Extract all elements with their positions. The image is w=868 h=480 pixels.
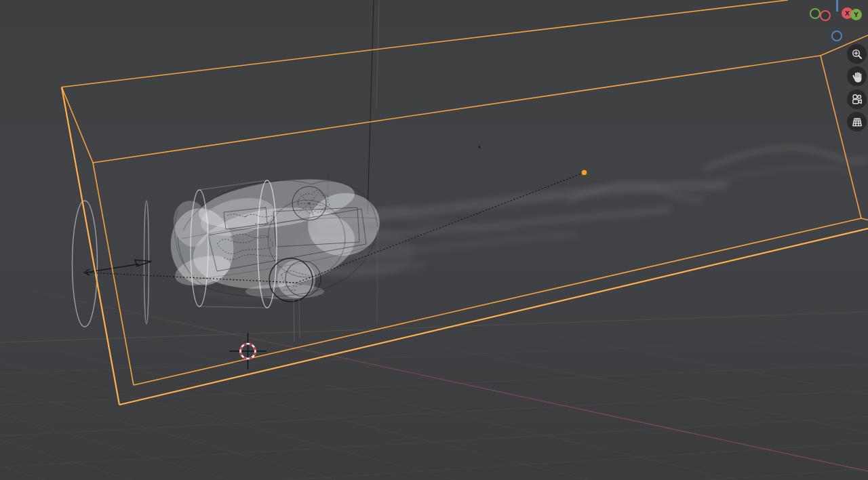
gizmo-y-label: Y xyxy=(854,12,859,18)
gizmo-neg-ball-green[interactable] xyxy=(810,8,821,19)
viewport-3d xyxy=(0,0,868,480)
gizmo-z-axis-line xyxy=(836,0,838,12)
camera-view-button[interactable] xyxy=(847,89,867,109)
pan-hand-button[interactable] xyxy=(847,66,867,86)
x-axis-line xyxy=(0,284,868,471)
gizmo-x-label: X xyxy=(845,10,850,17)
blender-3d-viewport: { "colors": { "selection": "#f7a33c", "s… xyxy=(0,0,868,480)
gizmo-y-ball[interactable]: Y xyxy=(850,9,862,20)
pan-hand-icon xyxy=(851,71,863,83)
camera-view-icon xyxy=(851,94,863,106)
grid-ortho-button[interactable] xyxy=(847,112,867,132)
stray-dot xyxy=(479,146,481,148)
floor-grid xyxy=(0,0,868,480)
zoom-in-icon xyxy=(851,48,863,60)
gizmo-neg-ball-blue[interactable] xyxy=(831,31,842,41)
grid-ortho-icon xyxy=(851,116,863,128)
zoom-in-button[interactable] xyxy=(847,44,867,64)
gizmo-neg-ball-red[interactable] xyxy=(820,10,831,21)
target-empty-point[interactable] xyxy=(581,169,587,176)
